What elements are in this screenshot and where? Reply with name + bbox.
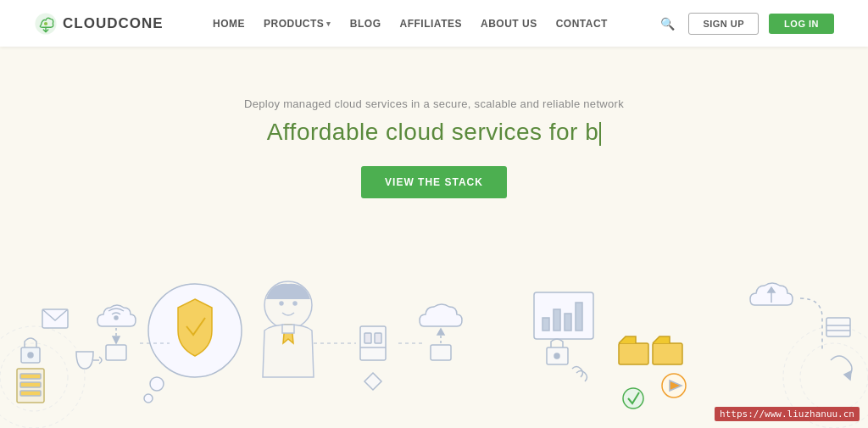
nav-affiliates[interactable]: AFFILIATES — [400, 18, 462, 30]
login-button[interactable]: LOG IN — [769, 14, 834, 34]
search-button[interactable]: 🔍 — [657, 14, 678, 34]
svg-point-1 — [44, 21, 47, 25]
svg-rect-34 — [554, 309, 560, 331]
svg-point-21 — [280, 302, 283, 305]
view-stack-button[interactable]: VIEW THE STACK — [361, 166, 507, 198]
svg-point-18 — [150, 377, 164, 391]
text-cursor — [599, 122, 601, 146]
svg-rect-26 — [375, 333, 381, 343]
svg-point-5 — [800, 343, 868, 411]
hero-subtitle: Deploy managed cloud services in a secur… — [244, 97, 624, 110]
illustration-svg — [0, 242, 868, 428]
watermark: https://www.liuzhanuu.cn — [715, 407, 860, 421]
svg-rect-25 — [364, 333, 371, 343]
svg-rect-10 — [20, 382, 41, 387]
svg-rect-35 — [565, 314, 571, 331]
hero-illustration — [0, 258, 868, 428]
svg-rect-15 — [106, 345, 126, 360]
svg-rect-36 — [576, 303, 582, 331]
svg-marker-30 — [437, 329, 444, 335]
nav-about-us[interactable]: ABOUT US — [481, 18, 537, 30]
nav-home[interactable]: HOME — [213, 18, 245, 30]
signup-button[interactable]: SIGN UP — [688, 13, 759, 35]
hero-section: Deploy managed cloud services in a secur… — [0, 47, 868, 428]
nav-products[interactable]: PRODUCTS ▾ — [264, 18, 331, 30]
svg-marker-14 — [113, 336, 120, 343]
svg-marker-28 — [364, 373, 381, 390]
logo-text: CLOUDCONE — [63, 15, 164, 32]
logo[interactable]: CLOUDCONE — [34, 12, 164, 36]
svg-point-12 — [114, 316, 118, 320]
svg-point-19 — [144, 394, 153, 403]
svg-rect-23 — [282, 325, 294, 333]
main-nav: HOME PRODUCTS ▾ BLOG AFFILIATES ABOUT US… — [213, 18, 608, 30]
svg-point-38 — [554, 353, 559, 359]
header: CLOUDCONE HOME PRODUCTS ▾ BLOG AFFILIATE… — [0, 0, 868, 47]
chevron-down-icon: ▾ — [326, 19, 331, 28]
svg-point-22 — [293, 302, 297, 305]
svg-rect-11 — [20, 391, 41, 396]
nav-blog[interactable]: BLOG — [350, 18, 381, 30]
header-actions: 🔍 SIGN UP LOG IN — [657, 13, 834, 35]
svg-marker-49 — [844, 371, 851, 380]
svg-rect-46 — [826, 318, 850, 336]
logo-icon — [34, 12, 58, 36]
hero-title: Affordable cloud services for b — [267, 119, 602, 146]
svg-rect-40 — [653, 343, 682, 364]
search-icon: 🔍 — [660, 17, 675, 31]
svg-rect-39 — [619, 343, 648, 364]
svg-rect-32 — [534, 292, 593, 339]
svg-rect-33 — [542, 318, 549, 331]
svg-rect-9 — [20, 374, 41, 379]
svg-rect-31 — [431, 345, 451, 360]
nav-contact[interactable]: CONTACT — [556, 18, 608, 30]
svg-point-41 — [623, 388, 643, 409]
svg-point-7 — [28, 353, 33, 358]
